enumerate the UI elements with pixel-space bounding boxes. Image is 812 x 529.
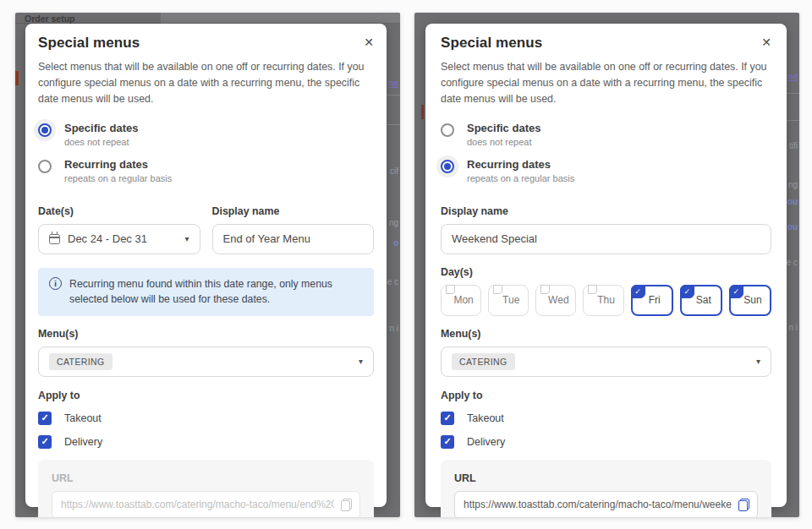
copy-icon[interactable] [341,499,352,511]
radio-icon[interactable] [38,160,52,173]
checkbox-delivery[interactable]: ✓ Delivery [441,435,771,449]
checked-corner-icon: ✓ [729,285,743,298]
days-label: Day(s) [441,266,771,278]
unchecked-corner-icon [446,285,455,294]
recurring-menu-info-banner: i Recurring menu found within this date … [38,268,374,316]
day-toggle-tue[interactable]: Tue [488,285,529,316]
apply-to-section: Apply to ✓ Takeout ✓ Delivery [441,390,771,449]
display-name-label: Display name [441,205,771,217]
close-icon[interactable]: ✕ [362,35,376,50]
checkbox-icon[interactable]: ✓ [441,435,454,449]
menus-label: Menu(s) [441,328,771,340]
date-range-select[interactable]: Dec 24 - Dec 31 ▾ [38,224,200,254]
radio-specific-dates[interactable]: Specific dates does not repeat [441,122,771,147]
background-active-nav-marker [15,71,19,85]
menus-field: Menu(s) CATERING ▾ [441,328,771,377]
display-name-input[interactable] [212,224,375,254]
background-text-fragment: tifi [789,141,798,150]
days-section: Day(s) MonTueWedThu✓Fri✓Sat✓Sun [441,266,771,316]
radio-label: Recurring dates [467,158,574,171]
radio-sublabel: repeats on a regular basis [467,173,574,183]
checkbox-delivery[interactable]: ✓ Delivery [38,435,374,449]
display-name-field: Display name [441,205,771,254]
url-section: URL Use this link to filter to only this… [441,460,771,517]
apply-to-label: Apply to [441,390,771,401]
radio-icon[interactable] [38,123,52,137]
display-name-input[interactable] [441,224,771,254]
background-active-nav-marker [421,105,424,119]
unchecked-corner-icon [540,285,550,294]
day-toggle-thu[interactable]: Thu [583,285,623,316]
apply-to-section: Apply to ✓ Takeout ✓ Delivery [38,390,374,449]
checkbox-takeout[interactable]: ✓ Takeout [38,412,374,425]
radio-sublabel: repeats on a regular basis [64,173,172,183]
day-label: Fri [649,294,661,306]
banner-text: Recurring menu found within this date ra… [69,276,364,308]
dialog-header: Special menus ✕ [38,35,374,52]
right-screenshot: Special menus ✕ Select menus that will b… [414,13,799,517]
background-text-fragment: ou [787,222,798,232]
radio-sublabel: does not repeat [64,137,138,147]
background-rule-line [785,93,799,94]
menu-chip-catering: CATERING [452,353,515,370]
radio-label: Specific dates [64,122,138,134]
radio-recurring-dates[interactable]: Recurring dates repeats on a regular bas… [38,158,374,183]
dimmed-page-header: Order setup [15,13,400,24]
day-toggle-sun[interactable]: ✓Sun [729,285,771,316]
url-section: URL Use this link to filter to only this… [38,460,374,517]
checkbox-icon[interactable]: ✓ [38,412,52,425]
day-toggle-fri[interactable]: ✓Fri [631,285,673,316]
menus-field: Menu(s) CATERING ▾ [38,328,374,377]
background-text-fragment: cif [390,166,398,176]
checkbox-icon[interactable]: ✓ [38,435,52,449]
radio-specific-dates[interactable]: Specific dates does not repeat [38,122,374,147]
background-rule-line [386,95,400,95]
radio-icon[interactable] [441,160,454,173]
checked-corner-icon: ✓ [631,285,645,298]
calendar-icon [49,234,60,244]
menus-select[interactable]: CATERING ▾ [441,346,771,377]
dialog-title: Special menus [441,35,771,52]
url-input[interactable] [464,499,732,510]
day-toggle-mon[interactable]: Mon [441,285,481,316]
url-input-wrapper [454,491,758,517]
dates-field: Date(s) Dec 24 - Dec 31 ▾ [38,205,200,254]
special-menus-dialog: Special menus ✕ Select menus that will b… [425,24,787,507]
radio-icon[interactable] [441,123,454,137]
day-label: Sat [696,294,711,306]
menus-select[interactable]: CATERING ▾ [38,346,374,377]
checkbox-label: Takeout [467,412,504,424]
info-icon: i [49,277,62,290]
chevron-down-icon: ▾ [359,357,363,366]
dialog-description: Select menus that will be available on o… [441,59,771,108]
day-label: Sun [743,294,761,306]
url-input[interactable] [61,499,334,510]
background-text-fragment: e c [787,258,798,267]
date-mode-radio-group: Specific dates does not repeat Recurring… [38,122,374,194]
day-toggle-sat[interactable]: ✓Sat [680,285,722,316]
dimmed-page-surface [161,13,400,24]
background-text-fragment: ng [788,180,798,189]
chevron-down-icon: ▾ [184,235,189,243]
day-toggle-group: MonTueWedThu✓Fri✓Sat✓Sun [441,285,771,316]
chevron-down-icon: ▾ [756,357,760,366]
background-text-fragment: o [393,238,398,248]
checkbox-label: Delivery [64,436,102,448]
url-input-wrapper [52,491,360,517]
radio-recurring-dates[interactable]: Recurring dates repeats on a regular bas… [441,158,771,183]
checked-corner-icon: ✓ [680,285,694,298]
background-text-fragment: ou [787,197,798,206]
day-label: Mon [453,294,473,306]
background-text-fragment: ne [787,72,798,81]
background-rule-line [386,124,400,125]
close-icon[interactable]: ✕ [760,35,773,50]
checkbox-takeout[interactable]: ✓ Takeout [441,412,771,425]
copy-icon[interactable] [738,499,749,511]
dates-label: Date(s) [38,205,200,217]
background-text-fragment: e c [387,277,398,286]
url-label: URL [52,472,360,484]
day-toggle-wed[interactable]: Wed [535,285,576,316]
background-text-fragment: ng [389,218,398,227]
left-screenshot: Order setup this link to filter to only … [15,13,400,517]
checkbox-icon[interactable]: ✓ [441,412,454,425]
